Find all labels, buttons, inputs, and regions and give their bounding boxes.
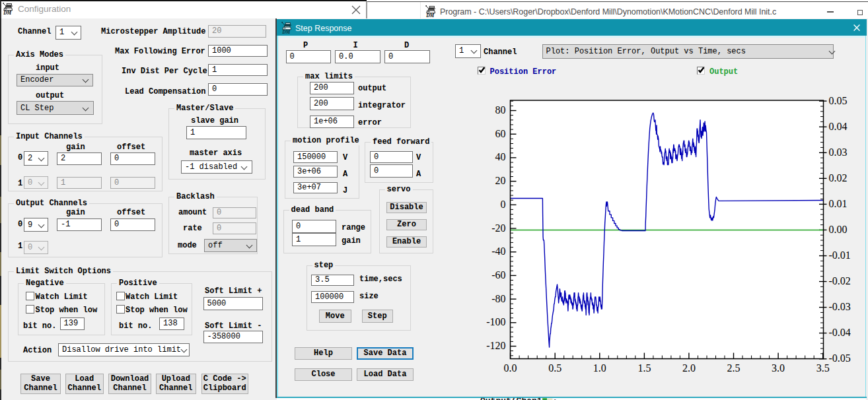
svg-text:-0.02: -0.02 (829, 275, 851, 286)
svg-text:20: 20 (495, 175, 506, 186)
svg-text:1.5: 1.5 (637, 362, 651, 374)
svg-text:0.02: 0.02 (829, 172, 848, 183)
svg-text:1.0: 1.0 (593, 362, 606, 374)
svg-text:3.0: 3.0 (772, 362, 785, 374)
svg-text:DM: DM (281, 29, 290, 34)
svg-text:0.5: 0.5 (548, 362, 561, 374)
svg-text:0: 0 (501, 199, 506, 210)
svg-text:80: 80 (495, 104, 506, 116)
svg-text:0.03: 0.03 (829, 147, 848, 158)
svg-text:3.5: 3.5 (816, 362, 830, 374)
svg-text:40: 40 (495, 151, 506, 162)
svg-text:-100: -100 (486, 316, 505, 327)
svg-text:-120: -120 (486, 340, 505, 351)
svg-text:60: 60 (495, 128, 506, 139)
svg-text:-0.03: -0.03 (829, 301, 851, 312)
svg-text:2.5: 2.5 (727, 362, 741, 374)
svg-text:0.04: 0.04 (829, 121, 848, 132)
svg-text:-80: -80 (491, 293, 505, 304)
svg-text:0.05: 0.05 (829, 95, 848, 106)
svg-text:0.00: 0.00 (829, 224, 848, 235)
svg-text:-0.01: -0.01 (829, 250, 851, 261)
svg-text:-60: -60 (491, 269, 505, 281)
svg-text:0.01: 0.01 (829, 198, 848, 209)
svg-text:-0.04: -0.04 (829, 327, 851, 338)
svg-text:2.0: 2.0 (682, 362, 696, 374)
svg-text:DM: DM (425, 13, 434, 18)
svg-text:-0.05: -0.05 (829, 352, 851, 364)
svg-text:-20: -20 (491, 222, 505, 234)
svg-text:-40: -40 (491, 246, 505, 257)
svg-text:DM: DM (3, 10, 11, 15)
svg-text:0.0: 0.0 (504, 362, 517, 374)
